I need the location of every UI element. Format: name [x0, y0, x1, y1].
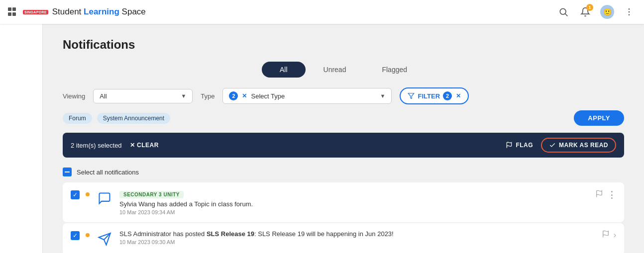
tabs-row: All Unread Flagged	[63, 62, 624, 78]
clear-button[interactable]: ✕ CLEAR	[130, 142, 159, 149]
announcement-icon-2	[96, 230, 113, 248]
tag-system-announcement[interactable]: System Announcement	[97, 113, 170, 124]
tab-unread[interactable]: Unread	[306, 62, 364, 78]
flag-label: FLAG	[516, 142, 533, 149]
notif-flag-icon-1[interactable]	[595, 190, 603, 200]
bell-icon[interactable]: 1	[578, 5, 592, 19]
notif-body-1: SECONDARY 3 UNITY Sylvia Wang has added …	[119, 189, 589, 215]
notif-text-1: Sylvia Wang has added a Topic in class f…	[119, 200, 589, 208]
notif-time-1: 10 Mar 2023 09:34 AM	[119, 209, 589, 215]
flag-icon	[506, 142, 513, 149]
logo: SINGAPORE Student Learning Space	[8, 7, 146, 17]
viewing-dropdown[interactable]: All ▼	[93, 89, 193, 103]
type-chevron-icon: ▼	[380, 93, 386, 99]
svg-line-1	[565, 14, 568, 16]
type-count-badge: 2	[229, 91, 238, 100]
sidebar	[0, 24, 43, 253]
filter-icon	[408, 92, 415, 99]
grid-icon	[8, 7, 17, 16]
tags-row: Forum System Announcement APPLY	[63, 110, 624, 126]
viewing-chevron-icon: ▼	[181, 93, 186, 99]
header: SINGAPORE Student Learning Space 1 🙂	[0, 0, 644, 24]
mark-read-icon	[549, 142, 556, 149]
notif-tag-1: SECONDARY 3 UNITY	[119, 191, 184, 198]
notif-more-icon-1[interactable]: ⋮	[607, 189, 616, 200]
check-icon-1: ✓	[73, 192, 78, 198]
notification-item-1: ✓ SECONDARY 3 UNITY Sylvia Wang has adde…	[63, 182, 624, 222]
select-all-checkbox[interactable]	[63, 168, 72, 176]
notif-text-2: SLS Administrator has posted SLS Release…	[119, 230, 596, 238]
flag-button[interactable]: FLAG	[506, 142, 533, 149]
svg-marker-5	[409, 93, 415, 99]
filter-row: Viewing All ▼ Type 2 ✕ Select Type ▼ FIL…	[63, 87, 624, 104]
unread-dot-1	[86, 192, 90, 196]
clear-label: CLEAR	[137, 142, 159, 149]
notif-body-2: SLS Administrator has posted SLS Release…	[119, 230, 596, 245]
svg-point-3	[629, 11, 630, 13]
tab-all[interactable]: All	[262, 62, 306, 78]
notification-badge: 1	[586, 4, 593, 11]
select-all-label: Select all notifications	[77, 169, 139, 176]
viewing-value: All	[100, 92, 177, 100]
select-all-row: Select all notifications	[63, 164, 624, 180]
tab-flagged[interactable]: Flagged	[364, 62, 425, 78]
more-icon[interactable]	[622, 5, 636, 19]
selection-count: 2 item(s) selected	[71, 142, 122, 149]
type-label: Type	[201, 92, 215, 100]
mark-as-read-button[interactable]: MARK AS READ	[541, 138, 616, 153]
viewing-label: Viewing	[63, 92, 85, 100]
filter-clear-icon[interactable]: ✕	[456, 92, 461, 99]
notif-actions-2: ›	[602, 230, 616, 240]
singapore-badge: SINGAPORE	[23, 10, 48, 14]
check-icon-2: ✓	[73, 233, 78, 239]
filter-count-badge: 2	[443, 91, 452, 100]
selection-actions: FLAG MARK AS READ	[506, 138, 616, 153]
mark-read-label: MARK AS READ	[559, 142, 608, 149]
selection-bar: 2 item(s) selected ✕ CLEAR FLAG MARK AS …	[63, 133, 624, 158]
logo-text: Student Learning Space	[52, 7, 146, 17]
main-content: Notifications All Unread Flagged Viewing…	[43, 24, 644, 253]
type-placeholder: Select Type	[251, 92, 376, 100]
tag-forum[interactable]: Forum	[63, 113, 92, 124]
notification-item-2: ✓ SLS Administrator has posted SLS Relea…	[63, 223, 624, 253]
page-wrapper: Notifications All Unread Flagged Viewing…	[0, 24, 644, 253]
filter-label-text: FILTER	[418, 92, 440, 100]
type-clear-icon[interactable]: ✕	[242, 92, 247, 99]
notif-flag-icon-2[interactable]	[602, 230, 610, 240]
clear-x-icon: ✕	[130, 142, 135, 149]
apply-button[interactable]: APPLY	[574, 110, 624, 126]
filter-button[interactable]: FILTER 2 ✕	[400, 87, 469, 104]
notif-time-2: 10 Mar 2023 09:30 AM	[119, 239, 596, 245]
avatar-icon[interactable]: 🙂	[600, 5, 614, 19]
notif-checkbox-1[interactable]: ✓	[71, 190, 80, 199]
header-right: 1 🙂	[556, 5, 636, 19]
notif-actions-1: ⋮	[595, 189, 616, 200]
svg-point-4	[629, 14, 630, 16]
svg-point-0	[560, 8, 566, 14]
search-icon[interactable]	[556, 5, 570, 19]
type-dropdown[interactable]: 2 ✕ Select Type ▼	[222, 88, 392, 104]
notif-checkbox-2[interactable]: ✓	[71, 231, 80, 240]
notif-arrow-icon-2[interactable]: ›	[614, 231, 616, 240]
svg-point-2	[629, 8, 630, 10]
minus-icon	[65, 171, 70, 172]
page-title: Notifications	[63, 38, 624, 52]
forum-icon-1	[96, 189, 113, 207]
unread-dot-2	[86, 233, 90, 237]
